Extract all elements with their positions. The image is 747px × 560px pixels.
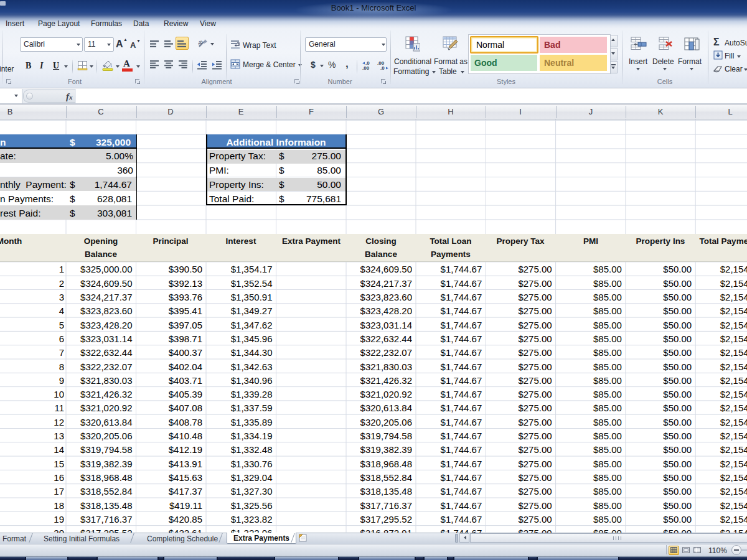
svg-text:.00: .00 bbox=[362, 65, 370, 70]
svg-text:ab: ab bbox=[198, 39, 204, 47]
svg-text:.0: .0 bbox=[380, 65, 385, 70]
